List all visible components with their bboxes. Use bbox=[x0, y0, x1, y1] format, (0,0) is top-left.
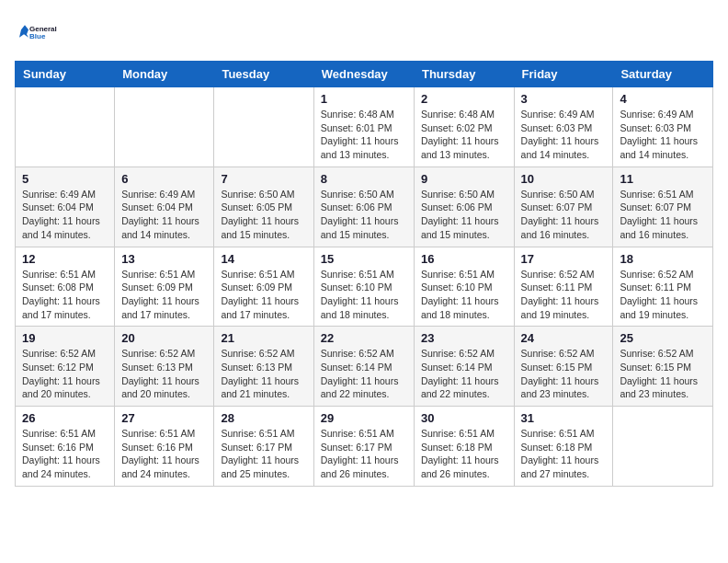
day-info: Sunrise: 6:51 AM Sunset: 6:16 PM Dayligh… bbox=[121, 427, 207, 481]
day-number: 8 bbox=[321, 172, 407, 186]
day-number: 5 bbox=[22, 172, 108, 186]
day-number: 12 bbox=[22, 252, 108, 266]
weekday-header-saturday: Saturday bbox=[613, 62, 713, 87]
calendar-cell: 17Sunrise: 6:52 AM Sunset: 6:11 PM Dayli… bbox=[514, 247, 613, 327]
page-header: General Blue bbox=[15, 15, 713, 52]
calendar-week-row: 5Sunrise: 6:49 AM Sunset: 6:04 PM Daylig… bbox=[16, 167, 713, 247]
svg-text:General: General bbox=[29, 25, 57, 33]
day-number: 6 bbox=[121, 172, 207, 186]
calendar-week-row: 12Sunrise: 6:51 AM Sunset: 6:08 PM Dayli… bbox=[16, 247, 713, 327]
day-number: 16 bbox=[421, 252, 507, 266]
weekday-header-tuesday: Tuesday bbox=[214, 62, 313, 87]
day-info: Sunrise: 6:52 AM Sunset: 6:14 PM Dayligh… bbox=[321, 347, 407, 401]
calendar-cell: 16Sunrise: 6:51 AM Sunset: 6:10 PM Dayli… bbox=[414, 247, 514, 327]
day-number: 31 bbox=[521, 411, 607, 425]
day-number: 18 bbox=[620, 252, 706, 266]
day-number: 27 bbox=[121, 411, 207, 425]
day-number: 29 bbox=[321, 411, 407, 425]
calendar-cell: 31Sunrise: 6:51 AM Sunset: 6:18 PM Dayli… bbox=[514, 407, 613, 487]
svg-marker-2 bbox=[19, 25, 28, 38]
day-number: 24 bbox=[521, 331, 607, 345]
day-info: Sunrise: 6:49 AM Sunset: 6:04 PM Dayligh… bbox=[121, 188, 207, 242]
calendar-cell: 1Sunrise: 6:48 AM Sunset: 6:01 PM Daylig… bbox=[313, 87, 414, 167]
calendar-cell: 25Sunrise: 6:52 AM Sunset: 6:15 PM Dayli… bbox=[613, 327, 713, 407]
calendar-cell: 14Sunrise: 6:51 AM Sunset: 6:09 PM Dayli… bbox=[214, 247, 313, 327]
calendar-cell: 5Sunrise: 6:49 AM Sunset: 6:04 PM Daylig… bbox=[16, 167, 115, 247]
day-info: Sunrise: 6:51 AM Sunset: 6:09 PM Dayligh… bbox=[221, 268, 306, 322]
weekday-header-monday: Monday bbox=[115, 62, 214, 87]
calendar-cell: 19Sunrise: 6:52 AM Sunset: 6:12 PM Dayli… bbox=[16, 327, 115, 407]
day-number: 26 bbox=[22, 411, 108, 425]
day-info: Sunrise: 6:51 AM Sunset: 6:17 PM Dayligh… bbox=[221, 427, 306, 481]
day-info: Sunrise: 6:48 AM Sunset: 6:01 PM Dayligh… bbox=[321, 108, 407, 162]
calendar-cell: 15Sunrise: 6:51 AM Sunset: 6:10 PM Dayli… bbox=[313, 247, 414, 327]
day-info: Sunrise: 6:49 AM Sunset: 6:04 PM Dayligh… bbox=[22, 188, 108, 242]
weekday-header-row: SundayMondayTuesdayWednesdayThursdayFrid… bbox=[16, 62, 713, 87]
svg-text:Blue: Blue bbox=[29, 32, 46, 40]
calendar-cell bbox=[115, 87, 214, 167]
day-info: Sunrise: 6:52 AM Sunset: 6:11 PM Dayligh… bbox=[620, 268, 706, 322]
calendar-cell: 13Sunrise: 6:51 AM Sunset: 6:09 PM Dayli… bbox=[115, 247, 214, 327]
calendar-cell: 29Sunrise: 6:51 AM Sunset: 6:17 PM Dayli… bbox=[313, 407, 414, 487]
calendar-cell bbox=[16, 87, 115, 167]
day-number: 2 bbox=[421, 92, 507, 106]
day-info: Sunrise: 6:50 AM Sunset: 6:05 PM Dayligh… bbox=[221, 188, 306, 242]
calendar-cell bbox=[214, 87, 313, 167]
day-info: Sunrise: 6:51 AM Sunset: 6:10 PM Dayligh… bbox=[421, 268, 507, 322]
day-info: Sunrise: 6:50 AM Sunset: 6:06 PM Dayligh… bbox=[421, 188, 507, 242]
day-info: Sunrise: 6:52 AM Sunset: 6:11 PM Dayligh… bbox=[521, 268, 607, 322]
day-info: Sunrise: 6:50 AM Sunset: 6:07 PM Dayligh… bbox=[521, 188, 607, 242]
weekday-header-friday: Friday bbox=[514, 62, 613, 87]
day-number: 20 bbox=[121, 331, 207, 345]
calendar-cell: 10Sunrise: 6:50 AM Sunset: 6:07 PM Dayli… bbox=[514, 167, 613, 247]
calendar-cell: 6Sunrise: 6:49 AM Sunset: 6:04 PM Daylig… bbox=[115, 167, 214, 247]
calendar-cell: 9Sunrise: 6:50 AM Sunset: 6:06 PM Daylig… bbox=[414, 167, 514, 247]
calendar-cell: 7Sunrise: 6:50 AM Sunset: 6:05 PM Daylig… bbox=[214, 167, 313, 247]
calendar-cell: 26Sunrise: 6:51 AM Sunset: 6:16 PM Dayli… bbox=[16, 407, 115, 487]
day-number: 30 bbox=[421, 411, 507, 425]
calendar-cell: 2Sunrise: 6:48 AM Sunset: 6:02 PM Daylig… bbox=[414, 87, 514, 167]
calendar-cell: 27Sunrise: 6:51 AM Sunset: 6:16 PM Dayli… bbox=[115, 407, 214, 487]
calendar-cell: 20Sunrise: 6:52 AM Sunset: 6:13 PM Dayli… bbox=[115, 327, 214, 407]
day-info: Sunrise: 6:52 AM Sunset: 6:13 PM Dayligh… bbox=[121, 347, 207, 401]
day-number: 25 bbox=[620, 331, 706, 345]
calendar-cell bbox=[613, 407, 713, 487]
calendar-cell: 3Sunrise: 6:49 AM Sunset: 6:03 PM Daylig… bbox=[514, 87, 613, 167]
day-info: Sunrise: 6:51 AM Sunset: 6:18 PM Dayligh… bbox=[521, 427, 607, 481]
logo-svg: General Blue bbox=[15, 15, 61, 52]
calendar-cell: 22Sunrise: 6:52 AM Sunset: 6:14 PM Dayli… bbox=[313, 327, 414, 407]
calendar-week-row: 19Sunrise: 6:52 AM Sunset: 6:12 PM Dayli… bbox=[16, 327, 713, 407]
day-number: 17 bbox=[521, 252, 607, 266]
day-number: 9 bbox=[421, 172, 507, 186]
calendar-cell: 8Sunrise: 6:50 AM Sunset: 6:06 PM Daylig… bbox=[313, 167, 414, 247]
day-number: 21 bbox=[221, 331, 306, 345]
calendar-cell: 28Sunrise: 6:51 AM Sunset: 6:17 PM Dayli… bbox=[214, 407, 313, 487]
day-number: 14 bbox=[221, 252, 306, 266]
day-number: 13 bbox=[121, 252, 207, 266]
day-number: 28 bbox=[221, 411, 306, 425]
calendar-cell: 11Sunrise: 6:51 AM Sunset: 6:07 PM Dayli… bbox=[613, 167, 713, 247]
calendar-week-row: 1Sunrise: 6:48 AM Sunset: 6:01 PM Daylig… bbox=[16, 87, 713, 167]
calendar-week-row: 26Sunrise: 6:51 AM Sunset: 6:16 PM Dayli… bbox=[16, 407, 713, 487]
day-info: Sunrise: 6:51 AM Sunset: 6:07 PM Dayligh… bbox=[620, 188, 706, 242]
day-info: Sunrise: 6:50 AM Sunset: 6:06 PM Dayligh… bbox=[321, 188, 407, 242]
day-info: Sunrise: 6:52 AM Sunset: 6:15 PM Dayligh… bbox=[620, 347, 706, 401]
day-number: 3 bbox=[521, 92, 607, 106]
day-number: 22 bbox=[321, 331, 407, 345]
day-number: 1 bbox=[321, 92, 407, 106]
weekday-header-wednesday: Wednesday bbox=[313, 62, 414, 87]
day-number: 15 bbox=[321, 252, 407, 266]
day-info: Sunrise: 6:48 AM Sunset: 6:02 PM Dayligh… bbox=[421, 108, 507, 162]
weekday-header-thursday: Thursday bbox=[414, 62, 514, 87]
calendar-cell: 18Sunrise: 6:52 AM Sunset: 6:11 PM Dayli… bbox=[613, 247, 713, 327]
day-number: 11 bbox=[620, 172, 706, 186]
day-info: Sunrise: 6:49 AM Sunset: 6:03 PM Dayligh… bbox=[521, 108, 607, 162]
calendar-table: SundayMondayTuesdayWednesdayThursdayFrid… bbox=[15, 61, 713, 487]
day-info: Sunrise: 6:52 AM Sunset: 6:14 PM Dayligh… bbox=[421, 347, 507, 401]
calendar-cell: 21Sunrise: 6:52 AM Sunset: 6:13 PM Dayli… bbox=[214, 327, 313, 407]
day-info: Sunrise: 6:52 AM Sunset: 6:12 PM Dayligh… bbox=[22, 347, 108, 401]
calendar-cell: 23Sunrise: 6:52 AM Sunset: 6:14 PM Dayli… bbox=[414, 327, 514, 407]
day-number: 10 bbox=[521, 172, 607, 186]
calendar-cell: 24Sunrise: 6:52 AM Sunset: 6:15 PM Dayli… bbox=[514, 327, 613, 407]
logo: General Blue bbox=[15, 15, 61, 52]
